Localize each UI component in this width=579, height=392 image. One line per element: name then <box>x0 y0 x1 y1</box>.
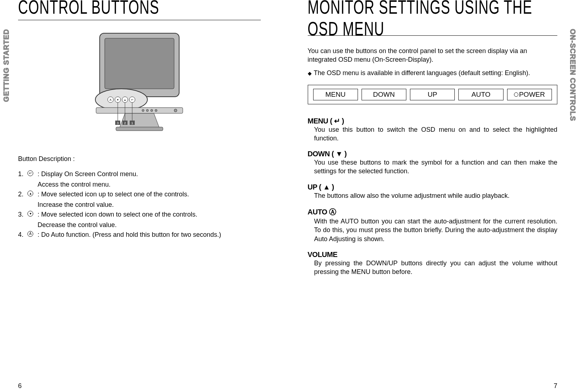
svg-rect-1 <box>105 38 174 89</box>
term-title: DOWN ( ▼ ) <box>308 150 558 158</box>
term-title: AUTO Ⓐ <box>308 207 558 217</box>
intro-text: You can use the buttons on the control p… <box>308 47 558 64</box>
term-up: UP ( ▲ ) The buttons allow also the volu… <box>308 183 558 200</box>
heading-control-buttons: CONTROL BUTTONS <box>18 0 261 18</box>
auto-button: AUTO <box>458 89 503 100</box>
heading-monitor-settings: MONITOR SETTINGS USING THE OSD MENU <box>308 0 558 40</box>
list-text: : Move selected icon down to select one … <box>38 210 261 219</box>
svg-text:1: 1 <box>131 121 133 125</box>
side-tab-getting-started: GETTING STARTED <box>2 29 10 102</box>
svg-rect-17 <box>116 127 163 131</box>
side-tab-osd: ON-SCREEN CONTROLS <box>569 29 577 121</box>
term-menu: MENU ( ↵ ) You use this button to switch… <box>308 117 558 143</box>
page-number-right: 7 <box>554 382 557 390</box>
up-icon: ▴ <box>27 190 38 199</box>
svg-point-15 <box>155 109 157 112</box>
menu-button: MENU <box>313 89 358 100</box>
term-title: UP ( ▲ ) <box>308 183 558 191</box>
term-title: VOLUME <box>308 251 558 259</box>
power-button: POWER <box>507 89 552 100</box>
term-auto: AUTO Ⓐ With the AUTO button you can star… <box>308 207 558 243</box>
svg-point-2 <box>95 89 147 110</box>
enter-icon: ↵ <box>27 169 38 179</box>
svg-text:A: A <box>109 98 112 101</box>
monitor-illustration: A ▾ ▴ ↵ 3 2 1 <box>18 31 261 141</box>
term-body: The buttons allow also the volume adjust… <box>308 191 558 200</box>
svg-text:▾: ▾ <box>117 98 118 101</box>
svg-text:3: 3 <box>117 121 118 125</box>
button-description-title: Button Description : <box>18 155 261 163</box>
list-num: 2. <box>18 190 27 199</box>
up-button: UP <box>410 89 455 100</box>
term-down: DOWN ( ▼ ) You use these buttons to mark… <box>308 150 558 176</box>
term-body: You use these buttons to mark the symbol… <box>308 158 558 176</box>
svg-point-16 <box>174 109 177 112</box>
list-num: 1. <box>18 169 27 179</box>
button-description-list: 1. ↵ : Display On Screen Control menu. A… <box>18 169 261 240</box>
list-subtext: Decrease the control value. <box>38 220 261 230</box>
list-text: : Do Auto function. (Press and hold this… <box>38 230 261 240</box>
note-text: ◆The OSD menu is available in different … <box>308 69 558 77</box>
button-bar: MENU DOWN UP AUTO POWER <box>308 85 558 104</box>
list-subtext: Increase the control value. <box>38 200 261 210</box>
svg-rect-11 <box>96 108 183 113</box>
list-num: 3. <box>18 210 27 219</box>
list-subtext: Access the control menu. <box>38 180 261 190</box>
list-text: : Display On Screen Control menu. <box>38 169 261 179</box>
svg-text:▴: ▴ <box>124 98 126 101</box>
svg-point-14 <box>151 109 153 112</box>
svg-point-13 <box>146 109 148 112</box>
svg-point-12 <box>142 109 144 112</box>
list-num: 4. <box>18 230 27 240</box>
svg-text:↵: ↵ <box>131 98 133 101</box>
page-number-left: 6 <box>18 382 22 390</box>
term-body: With the AUTO button you can start the a… <box>308 217 558 243</box>
term-body: You use this button to switch the OSD me… <box>308 125 558 143</box>
list-text: : Move selected icon up to select one of… <box>38 190 261 199</box>
divider <box>18 20 261 20</box>
term-title: MENU ( ↵ ) <box>308 117 558 125</box>
svg-text:2: 2 <box>124 121 126 125</box>
term-body: By pressing the DOWN/UP buttons directly… <box>308 259 558 276</box>
power-icon <box>514 92 518 97</box>
down-button: DOWN <box>362 89 406 100</box>
term-volume: VOLUME By pressing the DOWN/UP buttons d… <box>308 251 558 276</box>
auto-icon: A <box>27 230 38 240</box>
down-icon: ▾ <box>27 210 38 219</box>
